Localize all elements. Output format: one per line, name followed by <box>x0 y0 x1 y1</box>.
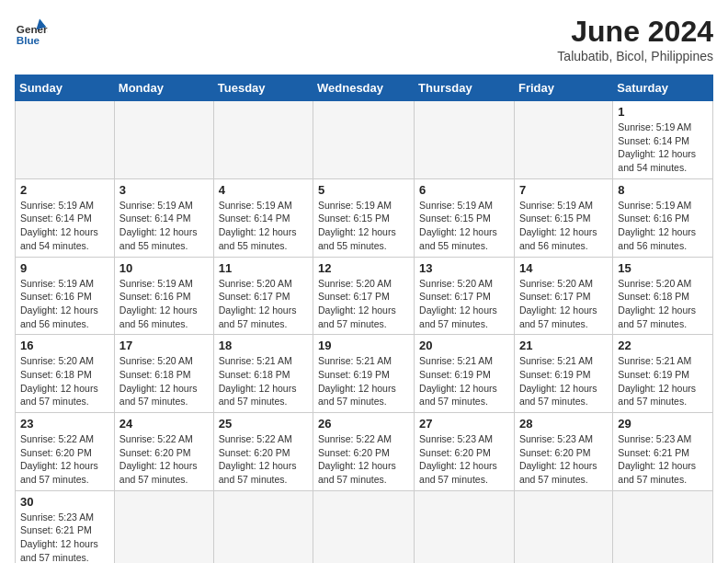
calendar-cell: 5Sunrise: 5:19 AM Sunset: 6:15 PM Daylig… <box>313 178 415 257</box>
calendar-week-row: 1Sunrise: 5:19 AM Sunset: 6:14 PM Daylig… <box>16 101 713 179</box>
calendar-cell: 20Sunrise: 5:21 AM Sunset: 6:19 PM Dayli… <box>415 335 515 413</box>
calendar-cell: 12Sunrise: 5:20 AM Sunset: 6:17 PM Dayli… <box>313 257 415 335</box>
col-header-monday: Monday <box>114 75 213 101</box>
day-number: 21 <box>519 339 608 352</box>
col-header-friday: Friday <box>514 75 612 101</box>
day-number: 15 <box>618 261 708 275</box>
calendar-cell: 3Sunrise: 5:19 AM Sunset: 6:14 PM Daylig… <box>114 178 213 257</box>
day-number: 13 <box>419 261 509 275</box>
calendar-cell: 16Sunrise: 5:20 AM Sunset: 6:18 PM Dayli… <box>16 335 115 413</box>
calendar-cell <box>415 101 515 179</box>
day-number: 9 <box>20 261 109 275</box>
calendar-week-row: 2Sunrise: 5:19 AM Sunset: 6:14 PM Daylig… <box>16 178 713 257</box>
day-info: Sunrise: 5:21 AM Sunset: 6:19 PM Dayligh… <box>419 354 509 408</box>
day-number: 25 <box>219 417 308 431</box>
day-info: Sunrise: 5:22 AM Sunset: 6:20 PM Dayligh… <box>20 432 109 487</box>
calendar-header-row: SundayMondayTuesdayWednesdayThursdayFrid… <box>16 75 713 101</box>
calendar-cell <box>114 490 213 563</box>
calendar-cell: 15Sunrise: 5:20 AM Sunset: 6:18 PM Dayli… <box>613 257 713 335</box>
calendar-cell <box>213 101 313 179</box>
col-header-sunday: Sunday <box>16 75 115 101</box>
day-info: Sunrise: 5:19 AM Sunset: 6:15 PM Dayligh… <box>419 199 509 253</box>
calendar-cell: 30Sunrise: 5:23 AM Sunset: 6:21 PM Dayli… <box>16 490 115 563</box>
day-number: 14 <box>519 261 608 275</box>
day-info: Sunrise: 5:23 AM Sunset: 6:20 PM Dayligh… <box>519 432 608 487</box>
svg-text:Blue: Blue <box>17 34 40 46</box>
calendar-cell <box>313 101 415 179</box>
day-number: 7 <box>519 183 608 197</box>
calendar-cell: 19Sunrise: 5:21 AM Sunset: 6:19 PM Dayli… <box>313 335 415 413</box>
calendar-cell: 14Sunrise: 5:20 AM Sunset: 6:17 PM Dayli… <box>514 257 612 335</box>
day-info: Sunrise: 5:20 AM Sunset: 6:17 PM Dayligh… <box>519 277 608 331</box>
day-info: Sunrise: 5:21 AM Sunset: 6:18 PM Dayligh… <box>219 354 308 408</box>
day-info: Sunrise: 5:19 AM Sunset: 6:15 PM Dayligh… <box>519 199 608 253</box>
calendar-cell <box>613 490 713 563</box>
day-number: 12 <box>318 261 409 275</box>
calendar-cell: 9Sunrise: 5:19 AM Sunset: 6:16 PM Daylig… <box>16 257 115 335</box>
day-info: Sunrise: 5:19 AM Sunset: 6:15 PM Dayligh… <box>318 199 409 253</box>
calendar-cell: 7Sunrise: 5:19 AM Sunset: 6:15 PM Daylig… <box>514 178 612 257</box>
day-info: Sunrise: 5:20 AM Sunset: 6:18 PM Dayligh… <box>618 277 708 331</box>
calendar-week-row: 23Sunrise: 5:22 AM Sunset: 6:20 PM Dayli… <box>16 413 713 491</box>
day-info: Sunrise: 5:22 AM Sunset: 6:20 PM Dayligh… <box>219 432 308 487</box>
calendar-cell: 24Sunrise: 5:22 AM Sunset: 6:20 PM Dayli… <box>114 413 213 491</box>
day-number: 17 <box>119 339 209 352</box>
month-title: June 2024 <box>557 15 713 49</box>
location: Talubatib, Bicol, Philippines <box>557 49 713 63</box>
calendar-cell: 13Sunrise: 5:20 AM Sunset: 6:17 PM Dayli… <box>415 257 515 335</box>
col-header-saturday: Saturday <box>613 75 713 101</box>
day-number: 5 <box>318 183 409 197</box>
day-number: 16 <box>20 339 109 352</box>
day-info: Sunrise: 5:22 AM Sunset: 6:20 PM Dayligh… <box>119 432 209 487</box>
day-number: 23 <box>20 417 109 431</box>
calendar-cell: 4Sunrise: 5:19 AM Sunset: 6:14 PM Daylig… <box>213 178 313 257</box>
day-info: Sunrise: 5:20 AM Sunset: 6:17 PM Dayligh… <box>219 277 308 331</box>
day-number: 4 <box>219 183 308 197</box>
calendar-table: SundayMondayTuesdayWednesdayThursdayFrid… <box>15 75 713 563</box>
calendar-cell: 18Sunrise: 5:21 AM Sunset: 6:18 PM Dayli… <box>213 335 313 413</box>
calendar-cell: 22Sunrise: 5:21 AM Sunset: 6:19 PM Dayli… <box>613 335 713 413</box>
col-header-tuesday: Tuesday <box>213 75 313 101</box>
calendar-week-row: 9Sunrise: 5:19 AM Sunset: 6:16 PM Daylig… <box>16 257 713 335</box>
day-number: 11 <box>219 261 308 275</box>
calendar-week-row: 16Sunrise: 5:20 AM Sunset: 6:18 PM Dayli… <box>16 335 713 413</box>
calendar-cell: 2Sunrise: 5:19 AM Sunset: 6:14 PM Daylig… <box>16 178 115 257</box>
day-info: Sunrise: 5:20 AM Sunset: 6:17 PM Dayligh… <box>419 277 509 331</box>
calendar-cell <box>415 490 515 563</box>
day-number: 26 <box>318 417 409 431</box>
day-number: 27 <box>419 417 509 431</box>
calendar-cell: 23Sunrise: 5:22 AM Sunset: 6:20 PM Dayli… <box>16 413 115 491</box>
day-info: Sunrise: 5:22 AM Sunset: 6:20 PM Dayligh… <box>318 432 409 487</box>
calendar-cell: 10Sunrise: 5:19 AM Sunset: 6:16 PM Dayli… <box>114 257 213 335</box>
day-info: Sunrise: 5:20 AM Sunset: 6:17 PM Dayligh… <box>318 277 409 331</box>
day-info: Sunrise: 5:20 AM Sunset: 6:18 PM Dayligh… <box>119 354 209 408</box>
logo: General Blue <box>15 15 48 48</box>
day-number: 1 <box>618 105 708 119</box>
page-header: General Blue June 2024 Talubatib, Bicol,… <box>15 15 713 63</box>
calendar-cell <box>114 101 213 179</box>
day-number: 6 <box>419 183 509 197</box>
calendar-cell: 26Sunrise: 5:22 AM Sunset: 6:20 PM Dayli… <box>313 413 415 491</box>
day-number: 22 <box>618 339 708 352</box>
calendar-cell <box>313 490 415 563</box>
day-number: 24 <box>119 417 209 431</box>
day-info: Sunrise: 5:21 AM Sunset: 6:19 PM Dayligh… <box>618 354 708 408</box>
day-info: Sunrise: 5:23 AM Sunset: 6:20 PM Dayligh… <box>419 432 509 487</box>
calendar-cell <box>514 490 612 563</box>
day-info: Sunrise: 5:20 AM Sunset: 6:18 PM Dayligh… <box>20 354 109 408</box>
calendar-cell: 1Sunrise: 5:19 AM Sunset: 6:14 PM Daylig… <box>613 101 713 179</box>
day-info: Sunrise: 5:23 AM Sunset: 6:21 PM Dayligh… <box>618 432 708 487</box>
day-number: 29 <box>618 417 708 431</box>
calendar-cell: 29Sunrise: 5:23 AM Sunset: 6:21 PM Dayli… <box>613 413 713 491</box>
day-info: Sunrise: 5:19 AM Sunset: 6:16 PM Dayligh… <box>119 277 209 331</box>
day-info: Sunrise: 5:21 AM Sunset: 6:19 PM Dayligh… <box>519 354 608 408</box>
logo-icon: General Blue <box>15 15 48 48</box>
title-block: June 2024 Talubatib, Bicol, Philippines <box>557 15 713 63</box>
day-number: 18 <box>219 339 308 352</box>
day-info: Sunrise: 5:19 AM Sunset: 6:16 PM Dayligh… <box>20 277 109 331</box>
col-header-thursday: Thursday <box>415 75 515 101</box>
day-number: 28 <box>519 417 608 431</box>
col-header-wednesday: Wednesday <box>313 75 415 101</box>
calendar-cell: 25Sunrise: 5:22 AM Sunset: 6:20 PM Dayli… <box>213 413 313 491</box>
calendar-cell: 17Sunrise: 5:20 AM Sunset: 6:18 PM Dayli… <box>114 335 213 413</box>
